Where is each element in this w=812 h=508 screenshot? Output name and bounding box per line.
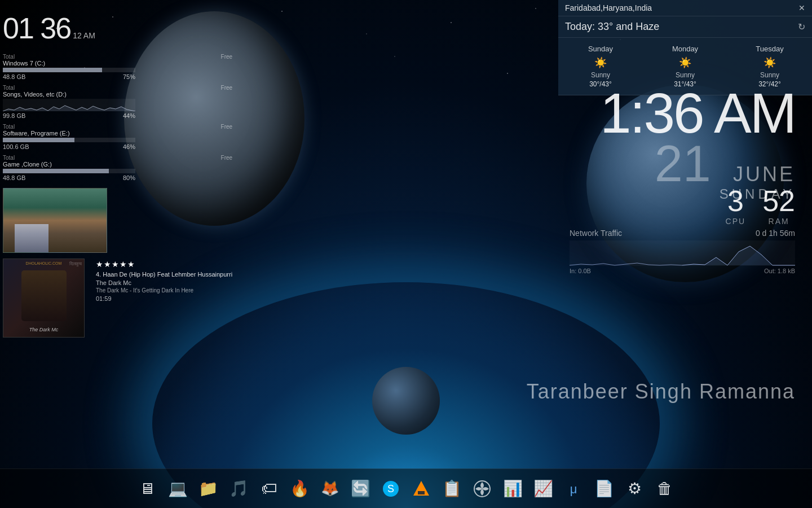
left-panel: 01 36 12 AM Total Free Windows 7 (C:) 48… <box>3 11 232 338</box>
tag-icon[interactable]: 🏷 <box>255 475 283 502</box>
weather-today: Today: 33° and Haze ↻ <box>558 16 812 38</box>
planet-small <box>372 367 440 435</box>
table-icon[interactable]: 📋 <box>438 475 465 502</box>
small-clock-time: 01 36 <box>3 11 70 45</box>
cpu-value: 3 <box>726 186 746 216</box>
svg-text:μ: μ <box>570 482 577 496</box>
weather-location: Faridabad,Haryana,India <box>565 3 652 12</box>
disk-item-d: Total Free Songs, Videos, etc (D:) 99.8 … <box>3 85 232 119</box>
network-label: Network Traffic <box>570 229 622 238</box>
taskbar: 🖥 💻 📁 🎵 🏷 🔥 🦊 🔄 S 📋 📊 📈 μ 📄 ⚙ 🗑 <box>0 468 812 508</box>
disk-g-info: 48.8 GB 80% <box>3 174 135 181</box>
monitor-icon[interactable]: 🖥 <box>134 475 161 502</box>
network-uptime: 0 d 1h 56m <box>756 229 795 238</box>
disk-d-total: 99.8 GB <box>3 112 25 119</box>
disk-c-total: 48.8 GB <box>3 73 25 80</box>
track-album: The Dark Mc - It's Getting Dark In Here <box>96 287 232 294</box>
disk-section: Total Free Windows 7 (C:) 48.8 GB 75% To… <box>3 54 232 181</box>
svg-text:S: S <box>387 483 394 494</box>
firefox-icon[interactable]: 🦊 <box>316 475 343 502</box>
disk-g-free-label: Free <box>221 155 233 161</box>
forecast-monday-icon: ☀️ <box>647 56 723 69</box>
disk-d-cols: Total Free <box>3 85 232 91</box>
disk-c-total-label: Total <box>3 54 15 60</box>
network-section: Network Traffic 0 d 1h 56m In: 0.0B Out:… <box>570 229 795 274</box>
disk-c-cols: Total Free <box>3 54 232 60</box>
ram-label: RAM <box>762 217 795 226</box>
computer-icon[interactable]: 💻 <box>164 475 191 502</box>
disk-e-free-label: Free <box>221 124 233 130</box>
disk-item-g: Total Free Game ,Clone (G:) 48.8 GB 80% <box>3 155 232 181</box>
forecast-monday-condition: Sunny <box>647 71 723 79</box>
line-chart-icon[interactable]: 📈 <box>529 475 557 502</box>
disk-d-free-label: Free <box>221 85 233 91</box>
weather-close-button[interactable]: ✕ <box>798 3 805 12</box>
wallpaper-preview-inner <box>3 189 107 252</box>
album-site: DHOLAHOLIC.COM <box>26 261 62 265</box>
track-artist: The Dark Mc <box>96 279 232 286</box>
disk-g-bar <box>3 169 135 173</box>
disk-c-free: 75% <box>123 73 135 80</box>
disk-d-info: 99.8 GB 44% <box>3 112 135 119</box>
system-stats: 3 CPU 52 RAM <box>726 186 795 226</box>
album-watermark: दिलकुच <box>69 261 82 267</box>
network-graph-svg <box>570 240 795 266</box>
forecast-sunday-name: Sunday <box>563 45 638 53</box>
username: Taranbeer Singh Ramanna <box>527 380 795 404</box>
flame-icon[interactable]: 🔥 <box>286 475 313 502</box>
disk-c-free-label: Free <box>221 54 233 60</box>
track-title: 4. Haan De (Hip Hop) Feat Lehmber Hussai… <box>96 271 232 278</box>
folder-icon[interactable]: 📁 <box>195 475 222 502</box>
bar-chart-icon[interactable]: 📊 <box>499 475 526 502</box>
trash-icon[interactable]: 🗑 <box>651 475 678 502</box>
network-graph <box>570 240 795 266</box>
disk-e-info: 100.6 GB 46% <box>3 143 135 150</box>
network-out: Out: 1.8 kB <box>764 268 795 274</box>
network-footer: In: 0.0B Out: 1.8 kB <box>570 268 795 274</box>
torrent-svg: μ <box>564 480 582 498</box>
ram-value: 52 <box>762 186 795 216</box>
forecast-tuesday-name: Tuesday <box>732 45 807 53</box>
weather-header: Faridabad,Haryana,India ✕ <box>558 0 812 16</box>
weather-today-text: Today: 33° and Haze <box>565 21 659 33</box>
torrent-icon[interactable]: μ <box>560 475 587 502</box>
fan-icon[interactable] <box>469 475 496 502</box>
forecast-sunday-condition: Sunny <box>563 71 638 79</box>
forecast-tuesday-condition: Sunny <box>732 71 807 79</box>
large-time: 1:36 AM <box>600 85 795 141</box>
disk-item-c: Total Free Windows 7 (C:) 48.8 GB 75% <box>3 54 232 80</box>
disk-item-e: Total Free Software, Programe (E:) 100.6… <box>3 124 232 150</box>
sync-icon[interactable]: 🔄 <box>347 475 374 502</box>
network-header: Network Traffic 0 d 1h 56m <box>570 229 795 238</box>
disk-g-fill <box>3 169 109 173</box>
stars-rating: ★★★★★ <box>96 260 232 269</box>
pdf-icon[interactable]: 📄 <box>590 475 617 502</box>
forecast-monday-name: Monday <box>647 45 723 53</box>
disk-e-free: 46% <box>123 143 135 150</box>
album-face-decoration <box>21 270 67 321</box>
disk-d-free: 44% <box>123 112 135 119</box>
waterfall-decoration <box>15 224 48 252</box>
disk-g-label: Game ,Clone (G:) <box>3 161 232 168</box>
disk-e-label: Software, Programe (E:) <box>3 130 232 137</box>
cpu-label: CPU <box>726 217 746 226</box>
disk-g-cols: Total Free <box>3 155 232 161</box>
vlc-icon[interactable] <box>408 475 435 502</box>
album-title-text: The Dark Mc <box>3 327 84 332</box>
weather-refresh-icon[interactable]: ↻ <box>798 21 805 32</box>
disk-d-label: Songs, Videos, etc (D:) <box>3 91 232 98</box>
stats-row: 3 CPU 52 RAM <box>726 186 795 226</box>
large-day-num: 21 <box>655 138 711 189</box>
disk-c-fill <box>3 68 102 72</box>
network-in: In: 0.0B <box>570 268 591 274</box>
disk-e-bar <box>3 138 135 142</box>
gear-icon[interactable]: ⚙ <box>621 475 648 502</box>
skype-icon[interactable]: S <box>377 475 404 502</box>
track-duration: 01:59 <box>96 295 232 302</box>
disk-e-cols: Total Free <box>3 124 232 130</box>
wallpaper-preview[interactable] <box>3 188 107 253</box>
disk-d-total-label: Total <box>3 85 15 91</box>
music-icon[interactable]: 🎵 <box>225 475 252 502</box>
vlc-svg <box>412 480 430 498</box>
svg-rect-3 <box>418 491 425 494</box>
